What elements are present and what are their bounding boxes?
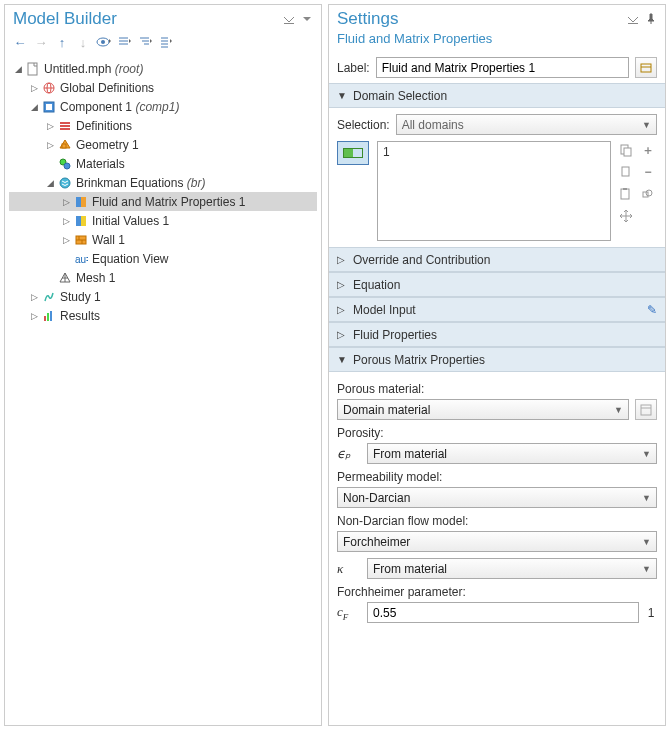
tree-item[interactable]: ▷Fluid and Matrix Properties 1	[9, 192, 317, 211]
model-builder-toolbar: ← → ↑ ↓	[5, 31, 321, 57]
expand-icon[interactable]: ◢	[45, 177, 56, 188]
minimize-icon[interactable]	[283, 13, 295, 25]
porosity-label: Porosity:	[337, 426, 657, 440]
selection-label: Selection:	[337, 118, 390, 132]
tree-item-label: Wall 1	[92, 233, 125, 247]
zoom-selection-icon[interactable]	[639, 185, 657, 203]
svg-rect-28	[76, 216, 81, 226]
permeability-model-dropdown[interactable]: Non-Darcian▼	[337, 487, 657, 508]
expand-icon[interactable]: ▷	[29, 291, 40, 302]
global-icon	[41, 80, 57, 96]
label-edit-button[interactable]	[635, 57, 657, 78]
dropdown-icon[interactable]	[301, 13, 313, 25]
edit-icon[interactable]: ✎	[647, 303, 657, 317]
tree-item[interactable]: ▷Geometry 1	[9, 135, 317, 154]
porous-material-dropdown[interactable]: Domain material▼	[337, 399, 629, 420]
expand-icon[interactable]	[45, 158, 56, 169]
pin-icon[interactable]	[645, 13, 657, 25]
material-link-button[interactable]	[635, 399, 657, 420]
porous-matrix-body: Porous material: Domain material▼ Porosi…	[329, 372, 665, 635]
expand-icon[interactable]: ▷	[29, 310, 40, 321]
tree-item[interactable]: ▷Global Definitions	[9, 78, 317, 97]
section-fluid-properties[interactable]: ▷ Fluid Properties	[329, 322, 665, 347]
tree-item-label: Materials	[76, 157, 125, 171]
nav-up-button[interactable]: ↑	[53, 33, 71, 51]
svg-rect-22	[62, 144, 66, 148]
nav-down-button[interactable]: ↓	[74, 33, 92, 51]
move-icon[interactable]	[617, 207, 635, 225]
brink-icon	[57, 175, 73, 191]
expand-icon[interactable]: ◢	[13, 63, 24, 74]
list-item[interactable]: 1	[383, 145, 605, 159]
tree-item[interactable]: au=fEquation View	[9, 249, 317, 268]
eq-icon: au=f	[73, 251, 89, 267]
svg-rect-48	[641, 405, 651, 415]
tree-item[interactable]: Mesh 1	[9, 268, 317, 287]
tree-item[interactable]: ▷Wall 1	[9, 230, 317, 249]
tree-item[interactable]: ▷Definitions	[9, 116, 317, 135]
caret-down-icon: ▼	[642, 120, 651, 130]
expand-icon[interactable]: ▷	[61, 196, 72, 207]
tree-options-button[interactable]	[158, 33, 176, 51]
paste-icon[interactable]	[617, 141, 635, 159]
svg-rect-39	[641, 64, 651, 72]
forchheimer-input[interactable]	[367, 602, 639, 623]
tree-item-label: Fluid and Matrix Properties 1	[92, 195, 245, 209]
expand-icon[interactable]: ▷	[61, 234, 72, 245]
iv-icon	[73, 213, 89, 229]
remove-icon[interactable]: −	[639, 163, 657, 181]
kappa-dropdown[interactable]: From material▼	[367, 558, 657, 579]
nav-forward-button[interactable]: →	[32, 33, 50, 51]
expand-icon[interactable]	[61, 253, 72, 264]
svg-rect-29	[81, 216, 86, 226]
wall-icon	[73, 232, 89, 248]
svg-rect-13	[28, 63, 37, 75]
collapse-all-button[interactable]	[116, 33, 134, 51]
section-override[interactable]: ▷ Override and Contribution	[329, 247, 665, 272]
label-field-label: Label:	[337, 61, 370, 75]
label-input[interactable]	[376, 57, 629, 78]
section-equation[interactable]: ▷ Equation	[329, 272, 665, 297]
svg-rect-35	[44, 316, 46, 321]
section-model-input[interactable]: ▷ Model Input ✎	[329, 297, 665, 322]
expand-icon[interactable]: ◢	[29, 101, 40, 112]
forchheimer-label: Forchheimer parameter:	[337, 585, 657, 599]
domain-list[interactable]: 1	[377, 141, 611, 241]
panel-header-controls	[283, 13, 313, 25]
tree-item[interactable]: ◢Untitled.mph (root)	[9, 59, 317, 78]
tree-item[interactable]: ▷Results	[9, 306, 317, 325]
section-porous-matrix[interactable]: ▼ Porous Matrix Properties	[329, 347, 665, 372]
expand-icon[interactable]: ▷	[45, 139, 56, 150]
show-button[interactable]	[95, 33, 113, 51]
copy-icon[interactable]	[617, 163, 635, 181]
tree-item[interactable]: Materials	[9, 154, 317, 173]
porosity-dropdown[interactable]: From material▼	[367, 443, 657, 464]
paste-selection-icon[interactable]	[617, 185, 635, 203]
porosity-symbol: ϵₚ	[337, 446, 361, 462]
expand-icon[interactable]: ▷	[45, 120, 56, 131]
geom-icon	[57, 137, 73, 153]
minimize-icon[interactable]	[627, 13, 639, 25]
model-tree[interactable]: ◢Untitled.mph (root)▷Global Definitions◢…	[5, 57, 321, 725]
expand-icon[interactable]: ▷	[61, 215, 72, 226]
selection-dropdown[interactable]: All domains ▼	[396, 114, 657, 135]
tree-item[interactable]: ▷Study 1	[9, 287, 317, 306]
tree-item-label: Untitled.mph (root)	[44, 62, 143, 76]
svg-rect-36	[47, 313, 49, 321]
expand-icon[interactable]	[45, 272, 56, 283]
tree-item[interactable]: ◢Component 1 (comp1)	[9, 97, 317, 116]
tree-item[interactable]: ▷Initial Values 1	[9, 211, 317, 230]
svg-rect-26	[76, 197, 81, 207]
expand-icon[interactable]: ▷	[29, 82, 40, 93]
results-icon	[41, 308, 57, 324]
flow-model-dropdown[interactable]: Forchheimer▼	[337, 531, 657, 552]
svg-rect-45	[623, 188, 627, 190]
selection-preview-button[interactable]	[337, 141, 369, 165]
section-domain-selection[interactable]: ▼ Domain Selection	[329, 83, 665, 108]
svg-point-2	[101, 40, 105, 44]
nav-back-button[interactable]: ←	[11, 33, 29, 51]
tree-item[interactable]: ◢Brinkman Equations (br)	[9, 173, 317, 192]
add-icon[interactable]: ＋	[639, 141, 657, 159]
expand-all-button[interactable]	[137, 33, 155, 51]
tree-item-label: Definitions	[76, 119, 132, 133]
